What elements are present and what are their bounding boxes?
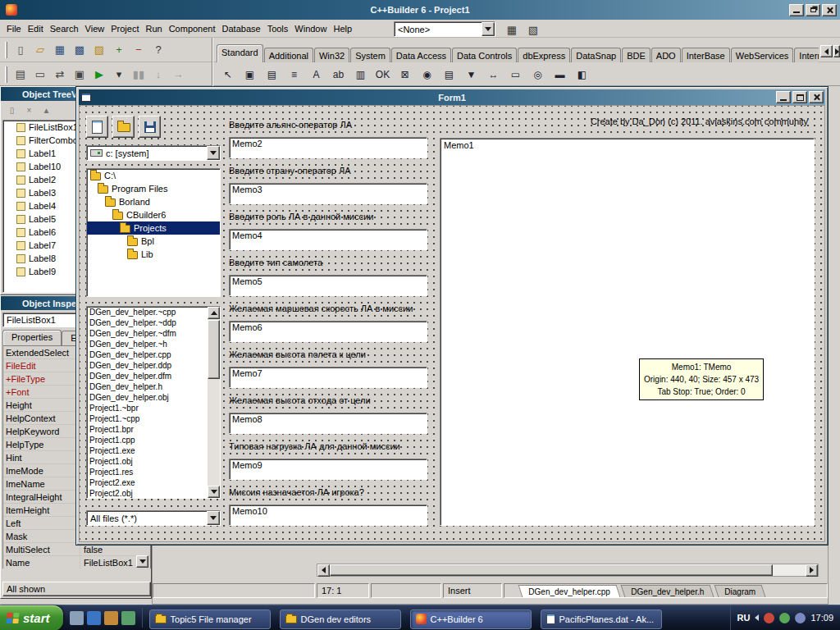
new-icon[interactable]: ▯ — [11, 40, 30, 59]
move-up-icon[interactable]: ▲ — [39, 103, 54, 117]
tray-icon-2[interactable] — [779, 613, 790, 623]
memo-control[interactable]: Memo5 — [229, 275, 427, 296]
memo-control[interactable]: Memo9 — [229, 459, 427, 480]
file-item[interactable]: DGen_dev_helper.obj — [87, 392, 208, 403]
step-over-icon[interactable]: → — [168, 65, 188, 84]
scroll-left-button[interactable] — [317, 564, 330, 577]
mainmenu-icon[interactable]: ▤ — [261, 64, 283, 84]
menu-item[interactable]: Window — [291, 21, 330, 37]
quicklaunch-icon-2[interactable] — [87, 611, 101, 625]
palette-tab[interactable]: InterBase — [682, 48, 730, 62]
memo-icon[interactable]: ▥ — [349, 64, 372, 84]
menu-item[interactable]: Run — [142, 21, 165, 37]
component-template-combo[interactable]: <None> — [394, 21, 495, 37]
quicklaunch-icon-4[interactable] — [121, 611, 135, 625]
trace-into-icon[interactable]: ↓ — [148, 65, 168, 84]
save-desktop-icon[interactable]: ▦ — [502, 21, 522, 39]
palette-tab[interactable]: DataSnap — [571, 48, 621, 62]
task-button[interactable]: C++Builder 6 — [410, 609, 532, 629]
tray-icon-1[interactable] — [764, 613, 774, 623]
memo-control[interactable]: Memo6 — [229, 321, 427, 342]
combo-dropdown-button[interactable] — [482, 22, 495, 36]
file-list-scrollbar[interactable] — [208, 307, 220, 498]
run-dropdown-icon[interactable]: ▾ — [109, 65, 129, 84]
menu-item[interactable]: Search — [47, 21, 82, 37]
actionlist-icon[interactable]: ◧ — [571, 64, 593, 84]
file-item[interactable]: Project1.exe — [87, 445, 208, 456]
radiogroup-icon[interactable]: ◎ — [527, 64, 549, 84]
open-icon[interactable]: ▱ — [30, 40, 50, 59]
palette-scroll-right-button[interactable] — [833, 45, 840, 57]
file-item[interactable]: DGen_dev_helper.~cpp — [87, 307, 208, 317]
listbox-icon[interactable]: ▤ — [438, 64, 460, 84]
menu-item[interactable]: Database — [219, 21, 264, 37]
palette-tab[interactable]: Internet — [794, 48, 819, 62]
palette-tab[interactable]: Win32 — [314, 48, 349, 62]
combobox-icon[interactable]: ▼ — [460, 64, 482, 84]
scrollbar-thumb[interactable] — [208, 320, 220, 379]
file-item[interactable]: Project1.~bpr — [87, 403, 208, 413]
memo-control[interactable]: Memo4 — [229, 229, 427, 250]
file-item[interactable]: Project2.exe — [87, 477, 208, 488]
help-icon[interactable]: ? — [148, 40, 168, 59]
form-design-surface[interactable]: Create by Da_Don (c) 2011. aviaskins.com… — [79, 105, 825, 542]
form1-window[interactable]: Form1 Create by Da_Don (c) 2011. aviaski… — [75, 86, 829, 546]
file-item[interactable]: Project1.obj — [87, 456, 208, 467]
menu-item[interactable]: Component — [166, 21, 219, 37]
palette-tab[interactable]: dbExpress — [518, 48, 570, 62]
menu-item[interactable]: File — [3, 21, 25, 37]
property-value[interactable]: false — [80, 545, 103, 555]
view-form-icon[interactable]: ▭ — [30, 65, 50, 84]
toolbar-grip[interactable] — [5, 66, 7, 83]
inspector-scroll-down-button[interactable] — [136, 555, 148, 568]
drive-combo[interactable]: c: [system] — [86, 145, 221, 161]
palette-scroll-left-button[interactable] — [820, 45, 833, 57]
run-icon[interactable]: ▶ — [89, 65, 109, 84]
label-icon[interactable]: A — [305, 64, 327, 84]
memo1-control[interactable]: Memo1 — [440, 138, 815, 526]
directory-item[interactable]: Program Files — [87, 182, 220, 195]
radiobutton-icon[interactable]: ◉ — [416, 64, 438, 84]
scroll-right-button[interactable] — [806, 564, 818, 577]
file-item[interactable]: Project1.cpp — [87, 435, 208, 445]
palette-tab[interactable]: WebServices — [731, 48, 794, 62]
language-indicator[interactable]: RU — [737, 613, 751, 623]
editor-tab[interactable]: Diagram — [714, 585, 765, 597]
palette-tab[interactable]: Data Controls — [452, 48, 517, 62]
palette-tab[interactable]: System — [350, 48, 390, 62]
menu-item[interactable]: View — [82, 21, 108, 37]
start-button[interactable]: start — [0, 605, 63, 630]
combo-dropdown-button[interactable] — [207, 511, 220, 525]
collapse-tray-icon[interactable] — [751, 614, 759, 621]
open-file-speedbutton[interactable] — [112, 116, 135, 138]
menu-item[interactable]: Project — [107, 21, 142, 37]
memo-control[interactable]: Memo8 — [229, 413, 427, 434]
save-file-speedbutton[interactable] — [139, 116, 161, 138]
file-item[interactable]: DGen_dev_helper.ddp — [87, 360, 208, 371]
button-icon[interactable]: OK — [372, 64, 394, 84]
set-debug-desktop-icon[interactable]: ▧ — [523, 21, 543, 39]
filter-combo[interactable]: All files (*.*) — [86, 510, 221, 526]
file-item[interactable]: DGen_dev_helper.~ddp — [87, 317, 208, 328]
remove-file-icon[interactable]: − — [129, 40, 148, 59]
save-icon[interactable]: ▦ — [50, 40, 70, 59]
frames-icon[interactable]: ▣ — [239, 64, 261, 84]
directory-item[interactable]: Lib — [87, 248, 220, 261]
inspector-tab[interactable]: Properties — [2, 330, 62, 345]
new-item-icon[interactable]: ▯ — [4, 103, 20, 117]
file-item[interactable]: DGen_dev_helper.dfm — [87, 371, 208, 381]
directory-item[interactable]: Projects — [87, 221, 220, 235]
menu-item[interactable]: Help — [330, 21, 355, 37]
edit-icon[interactable]: ab — [327, 64, 349, 84]
new-file-speedbutton[interactable] — [86, 116, 108, 138]
directory-item[interactable]: Borland — [87, 195, 220, 208]
memo-control[interactable]: Memo7 — [229, 367, 427, 388]
menu-item[interactable]: Edit — [25, 21, 47, 37]
task-button[interactable]: DGen dev editors — [280, 609, 401, 629]
toolbar-grip[interactable] — [5, 42, 7, 58]
file-item[interactable]: Project1.res — [87, 467, 208, 477]
editor-tab[interactable]: DGen_dev_helper.cpp — [518, 585, 620, 597]
Name[interactable]: Name FileListBox1 — [3, 556, 150, 568]
add-file-icon[interactable]: + — [109, 40, 129, 59]
quicklaunch-icon-1[interactable] — [70, 611, 84, 625]
